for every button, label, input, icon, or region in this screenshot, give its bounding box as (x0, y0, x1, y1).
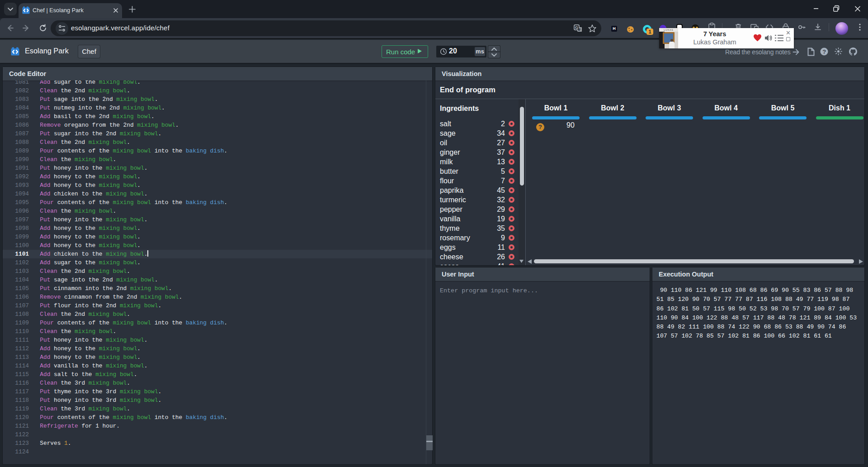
svg-text:?: ? (822, 48, 826, 55)
svg-text:文: 文 (579, 28, 582, 31)
svg-text:G: G (575, 25, 578, 30)
